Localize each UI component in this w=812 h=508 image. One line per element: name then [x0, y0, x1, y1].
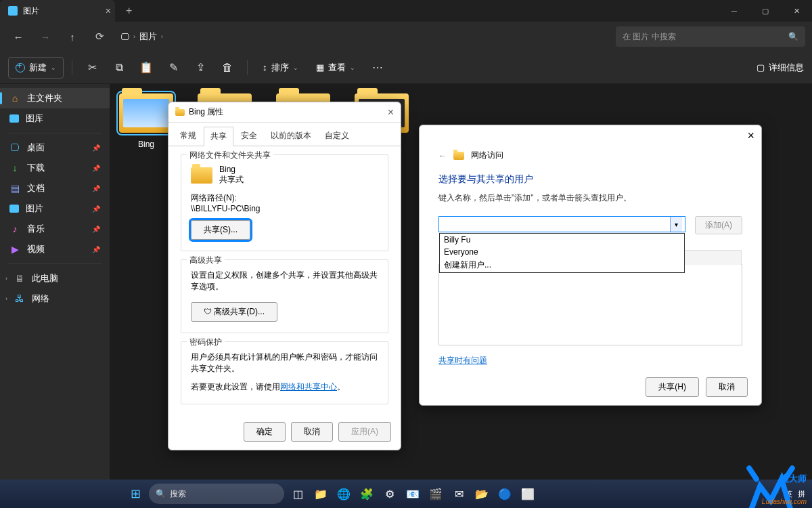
task-view-button[interactable]: ◫ [288, 484, 307, 503]
cancel-button[interactable]: 取消 [291, 422, 333, 442]
folder-icon [175, 109, 185, 116]
tab-previous[interactable]: 以前的版本 [265, 127, 317, 146]
pin-icon: 📌 [92, 185, 100, 192]
dropdown-button[interactable]: ▾ [670, 217, 682, 232]
search-input[interactable]: 在 图片 中搜索 🔍 [616, 26, 805, 47]
sidebar-item-videos[interactable]: ▶视频📌 [0, 239, 110, 259]
tab-label: 图片 [23, 5, 39, 17]
minimize-button[interactable]: ─ [719, 0, 750, 22]
close-icon[interactable]: × [747, 129, 754, 143]
sidebar-item-network[interactable]: ›🖧网络 [0, 289, 110, 309]
ime-indicator[interactable]: 拼 [798, 489, 805, 499]
taskbar-app[interactable]: 📁 [311, 484, 330, 503]
close-tab-icon[interactable]: × [106, 5, 111, 16]
user-listbox[interactable] [438, 264, 742, 345]
start-button[interactable]: ⊞ [126, 484, 145, 503]
sidebar-item-desktop[interactable]: 🖵桌面📌 [0, 137, 110, 158]
taskbar-app[interactable]: ✉ [449, 484, 468, 503]
user-combobox[interactable]: ▾ Billy Fu Everyone 创建新用户... [438, 216, 685, 232]
taskbar-app[interactable]: 🧩 [357, 484, 376, 503]
refresh-button[interactable]: ⟳ [88, 26, 111, 47]
sidebar-item-music[interactable]: ♪音乐📌 [0, 219, 110, 239]
chevron-right-icon: › [161, 33, 163, 40]
taskbar-app[interactable]: 🔵 [495, 484, 514, 503]
taskbar-app[interactable]: 📧 [403, 484, 422, 503]
back-button[interactable]: ← [7, 26, 30, 47]
forward-button[interactable]: → [34, 26, 57, 47]
dialog-title: 网络访问 [471, 150, 503, 161]
help-link[interactable]: 共享时有问题 [438, 356, 487, 365]
home-icon: ⌂ [9, 93, 20, 104]
details-pane-button[interactable]: ▢ 详细信息 [757, 62, 804, 74]
dialog-tabs: 常规 共享 安全 以前的版本 自定义 [168, 123, 401, 146]
sidebar-item-thispc[interactable]: ›🖥此电脑 [0, 268, 110, 289]
tab-security[interactable]: 安全 [235, 127, 263, 146]
chevron-right-icon: › [5, 295, 7, 302]
separator [247, 60, 248, 75]
folder-icon [191, 167, 212, 184]
taskbar-app[interactable]: 🎬 [426, 484, 445, 503]
sidebar-item-downloads[interactable]: ↓下载📌 [0, 158, 110, 178]
dialog-titlebar[interactable]: Bing 属性 × [168, 102, 401, 123]
pw-line1: 用户必须具有此计算机的用户帐户和密码，才能访问共享文件夹。 [191, 352, 378, 375]
sidebar-item-documents[interactable]: ▤文档📌 [0, 178, 110, 198]
tab-general[interactable]: 常规 [174, 127, 202, 146]
view-label: 查看 [328, 62, 346, 74]
taskbar-search[interactable]: 🔍搜索 [149, 484, 284, 504]
tab-customize[interactable]: 自定义 [319, 127, 355, 146]
sidebar-item-gallery[interactable]: 图库 [0, 108, 110, 129]
copy-button[interactable]: ⧉ [108, 56, 131, 79]
section-advanced-sharing: 高级共享 设置自定义权限，创建多个共享，并设置其他高级共享选项。 🛡 高级共享(… [181, 259, 388, 333]
rename-button[interactable]: ✎ [162, 56, 185, 79]
folder-item[interactable]: Bing [119, 93, 173, 149]
maximize-button[interactable]: ▢ [750, 0, 781, 22]
delete-button[interactable]: 🗑 [216, 56, 239, 79]
breadcrumb[interactable]: 🖵 › 图片 › [120, 30, 163, 43]
cut-button[interactable]: ✂ [81, 56, 104, 79]
cancel-button[interactable]: 取消 [706, 377, 748, 397]
sort-button[interactable]: ↕ 排序 ⌄ [256, 58, 305, 78]
tray-chevron-icon[interactable]: ˄ [775, 490, 780, 499]
taskbar-app[interactable]: 🌐 [334, 484, 353, 503]
view-button[interactable]: ▦ 查看 ⌄ [309, 58, 362, 78]
paste-button[interactable]: 📋 [135, 56, 158, 79]
dropdown-option[interactable]: Billy Fu [440, 234, 684, 246]
taskbar: ⊞ 🔍搜索 ◫ 📁 🌐 🧩 ⚙ 📧 🎬 ✉ 📂 🔵 ⬜ ˄ 英 拼 [0, 480, 812, 508]
taskbar-app[interactable]: 📂 [472, 484, 491, 503]
ok-button[interactable]: 确定 [244, 422, 286, 442]
new-button[interactable]: 新建 ⌄ [8, 57, 64, 79]
section-desc: 设置自定义权限，创建多个共享，并设置其他高级共享选项。 [191, 270, 378, 293]
browser-tab[interactable]: 图片 × [0, 0, 115, 22]
new-tab-button[interactable]: + [120, 5, 137, 17]
taskbar-app[interactable]: ⚙ [380, 484, 399, 503]
share-button[interactable]: ⇪ [189, 56, 212, 79]
breadcrumb-segment[interactable]: 图片 [139, 30, 157, 43]
dropdown-option[interactable]: 创建新用户... [440, 258, 684, 272]
user-input[interactable] [442, 219, 670, 229]
sidebar-item-pictures[interactable]: 图片📌 [0, 198, 110, 219]
plus-icon [16, 63, 25, 72]
ime-indicator[interactable]: 英 [785, 489, 792, 499]
apply-button[interactable]: 应用(A) [338, 422, 391, 442]
add-button[interactable]: 添加(A) [695, 216, 742, 234]
properties-dialog: Bing 属性 × 常规 共享 安全 以前的版本 自定义 网络文件和文件夹共享 … [168, 102, 401, 450]
close-icon[interactable]: × [388, 106, 394, 119]
taskbar-app[interactable]: ⬜ [518, 484, 537, 503]
pin-icon: 📌 [92, 246, 100, 253]
up-button[interactable]: ↑ [61, 26, 84, 47]
close-window-button[interactable]: ✕ [781, 0, 812, 22]
more-button[interactable]: ⋯ [366, 56, 389, 79]
tab-sharing[interactable]: 共享 [204, 127, 233, 146]
back-button[interactable]: ← [438, 151, 447, 161]
chevron-right-icon: › [5, 275, 7, 282]
share-confirm-button[interactable]: 共享(H) [646, 377, 699, 397]
sidebar-item-home[interactable]: ⌂主文件夹 [0, 88, 110, 108]
advanced-share-button[interactable]: 🛡 高级共享(D)... [191, 302, 277, 322]
system-tray[interactable]: ˄ 英 拼 [775, 489, 805, 499]
view-icon: ▦ [316, 62, 324, 72]
shield-icon: 🛡 [204, 307, 212, 316]
network-center-link[interactable]: 网络和共享中心 [280, 382, 337, 391]
music-icon: ♪ [9, 224, 20, 234]
dropdown-option[interactable]: Everyone [440, 246, 684, 258]
share-button[interactable]: 共享(S)... [191, 220, 250, 240]
